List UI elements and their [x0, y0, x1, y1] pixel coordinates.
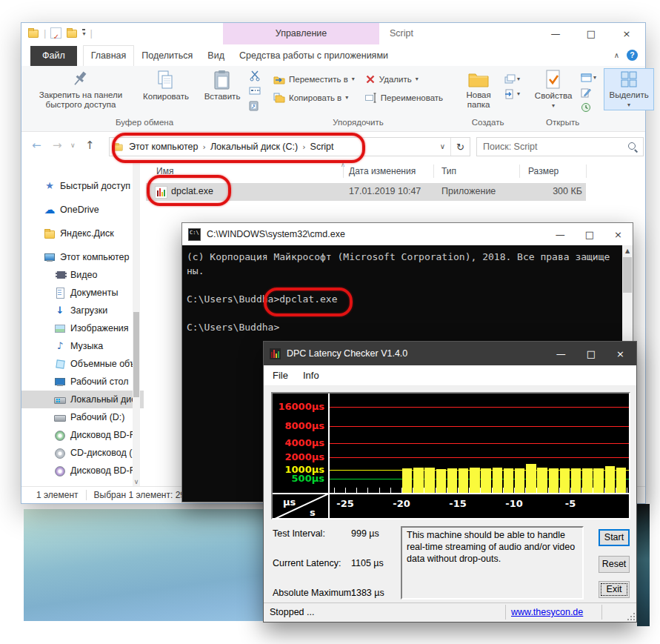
chart-unit-microseconds: µs	[283, 497, 296, 508]
column-separator[interactable]	[433, 165, 434, 178]
collapse-ribbon-icon[interactable]: ∧	[614, 51, 619, 59]
ribbon: Закрепить на панели быстрого доступа Коп…	[21, 66, 645, 132]
tab-home[interactable]: Главная	[83, 45, 135, 66]
new-folder-button[interactable]: Новая папка	[454, 68, 503, 110]
pin-to-quick-access-button[interactable]: Закрепить на панели быстрого доступа	[27, 68, 135, 110]
recent-locations-icon[interactable]: ∨	[70, 142, 76, 149]
minimize-button[interactable]: —	[556, 229, 565, 240]
tab-share[interactable]: Поделиться	[134, 46, 200, 66]
sidebar-item-hdd[interactable]: Локальный дис	[21, 391, 144, 408]
button-label: Новая папка	[458, 90, 499, 110]
scroll-up-icon[interactable]: ▲	[622, 248, 633, 254]
open-button[interactable]: ▾	[581, 71, 596, 84]
exit-button[interactable]: Exit	[599, 581, 630, 598]
search-input[interactable]	[477, 142, 627, 152]
select-button[interactable]: Выделить ▾	[604, 68, 654, 110]
sidebar-item-label: Яндекс.Диск	[60, 228, 114, 239]
folder-icon[interactable]	[66, 27, 78, 39]
paste-shortcut-button[interactable]	[249, 99, 261, 112]
maximize-button[interactable]: □	[585, 229, 594, 240]
sidebar-item-label: Рабочий стол	[70, 376, 128, 387]
menu-info[interactable]: Info	[296, 370, 327, 381]
folder-icon[interactable]	[27, 27, 39, 39]
column-separator[interactable]	[343, 165, 344, 178]
column-header-type[interactable]: Тип	[441, 166, 456, 176]
hdd-icon	[54, 394, 66, 405]
thesycon-link[interactable]: www.thesycon.de	[511, 607, 583, 617]
sidebar-item-disc[interactable]: Дисковод BD-R(	[21, 462, 144, 479]
close-button[interactable]: ×	[616, 348, 624, 359]
open-window-icon	[581, 73, 592, 82]
back-icon[interactable]: ←	[32, 139, 41, 152]
cut-button[interactable]	[249, 70, 261, 82]
paste-button[interactable]: Вставить	[197, 68, 247, 102]
close-button[interactable]: ×	[619, 28, 635, 39]
column-separator[interactable]	[586, 165, 587, 178]
scrollbar-thumb[interactable]	[133, 312, 139, 397]
x-axis-label: -5	[556, 498, 585, 509]
resize-grip[interactable]	[626, 611, 635, 620]
manage-contextual-tab[interactable]: Управление	[223, 23, 379, 44]
copy-button[interactable]: Копировать	[135, 68, 197, 102]
sidebar-item-star[interactable]: Быстрый доступ	[21, 177, 144, 195]
easy-access-button[interactable]: ▾	[504, 73, 520, 85]
tab-file[interactable]: Файл	[30, 46, 77, 66]
sidebar-scrollbar[interactable]: ∨	[133, 162, 140, 487]
maximize-button[interactable]: □	[587, 348, 596, 359]
move-to-button[interactable]: Переместить в▾	[268, 71, 360, 87]
scroll-down-icon[interactable]: ∨	[133, 478, 140, 485]
sidebar-item-doc[interactable]: Документы	[21, 284, 144, 302]
sidebar-item-cloud[interactable]: OneDrive	[21, 201, 144, 219]
properties-shortcut-icon[interactable]	[50, 27, 61, 39]
gridline-2000us	[330, 457, 629, 458]
minimize-button[interactable]: —	[547, 28, 564, 39]
copy-to-button[interactable]: Копировать в▾	[268, 90, 360, 105]
sidebar-item-disc[interactable]: Дисковод BD-R(	[21, 426, 144, 444]
latency-bar	[413, 468, 423, 493]
sidebar-item-disc[interactable]: CD-дисковод (F:	[21, 444, 144, 462]
sidebar-item-down[interactable]: Загрузки	[21, 302, 144, 319]
column-separator[interactable]	[519, 165, 520, 178]
sidebar-item-hdd[interactable]: Рабочий (D:)	[21, 408, 144, 426]
scrollbar-thumb[interactable]	[623, 257, 632, 293]
annotation-circle-file	[147, 175, 231, 206]
tab-app-tools[interactable]: Средства работы с приложениями	[232, 46, 396, 66]
column-header-modified[interactable]: Дата изменения	[349, 166, 416, 176]
menu-file[interactable]: File	[264, 370, 296, 381]
sidebar-item-pic[interactable]: Изображения	[21, 319, 144, 337]
close-button[interactable]: ×	[614, 229, 622, 240]
help-button[interactable]: ?	[627, 50, 638, 61]
maximize-button[interactable]: □	[583, 28, 599, 39]
qat-customize-icon[interactable]: ▾	[82, 29, 85, 37]
new-item-button[interactable]: ▾	[504, 87, 520, 100]
cmd-titlebar: C:\WINDOWS\system32\cmd.exe — □ ×	[182, 223, 633, 245]
sidebar-item-pc[interactable]: Этот компьютер	[21, 248, 144, 266]
x-axis-tick	[492, 488, 493, 493]
disc-icon	[54, 429, 66, 441]
copy-path-button[interactable]	[249, 84, 261, 97]
minimize-button[interactable]: —	[556, 348, 566, 359]
tab-view[interactable]: Вид	[200, 46, 232, 66]
start-button[interactable]: Start	[599, 529, 630, 546]
edit-button[interactable]	[581, 86, 596, 99]
sidebar-item-desktop[interactable]: Рабочий стол	[21, 373, 144, 391]
reset-button[interactable]: Reset	[599, 556, 630, 573]
sidebar-item-cube[interactable]: Объемные объ	[21, 355, 144, 373]
cut-icon	[249, 70, 261, 82]
column-header-size[interactable]: Размер	[528, 166, 559, 176]
sidebar-item-video[interactable]: Видео	[21, 266, 144, 284]
up-icon[interactable]: ↑	[85, 139, 95, 152]
history-button[interactable]	[581, 101, 596, 113]
properties-button[interactable]: Свойства ▾	[527, 68, 579, 110]
latency-bar	[582, 468, 592, 493]
delete-button[interactable]: Удалить▾	[360, 71, 448, 87]
address-dropdown-icon[interactable]: ∨	[435, 138, 451, 156]
file-type: Приложение	[441, 186, 496, 196]
sidebar-item-music[interactable]: Музыка	[21, 337, 144, 355]
rename-button[interactable]: Переименовать	[360, 90, 448, 105]
edit-icon	[581, 87, 591, 98]
refresh-icon[interactable]: ↻	[451, 142, 470, 153]
x-axis-tick	[525, 488, 526, 493]
search-icon[interactable]	[627, 141, 639, 153]
sidebar-item-folder[interactable]: Яндекс.Диск	[21, 225, 144, 242]
